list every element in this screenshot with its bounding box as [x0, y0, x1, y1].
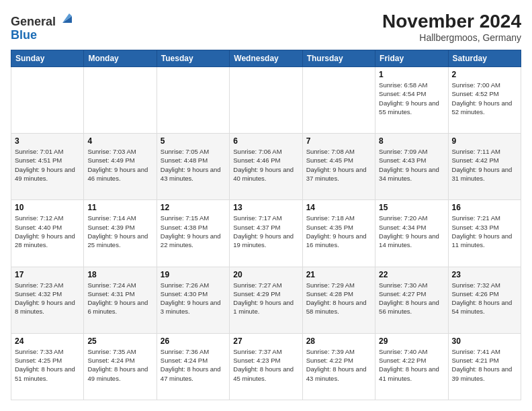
day-info: Sunrise: 7:41 AMSunset: 4:21 PMDaylight:…	[452, 347, 517, 383]
calendar-day-18: 18Sunrise: 7:24 AMSunset: 4:31 PMDayligh…	[84, 267, 157, 333]
page: General Blue November 2024 Hallbergmoos,…	[0, 0, 532, 411]
calendar-week-3: 10Sunrise: 7:12 AMSunset: 4:40 PMDayligh…	[11, 200, 521, 267]
day-number: 16	[452, 203, 517, 212]
day-number: 3	[15, 136, 80, 146]
calendar-day-30: 30Sunrise: 7:41 AMSunset: 4:21 PMDayligh…	[448, 333, 521, 400]
col-header-monday: Monday	[84, 50, 157, 67]
calendar-empty	[11, 67, 84, 134]
day-info: Sunrise: 7:12 AMSunset: 4:40 PMDaylight:…	[15, 214, 80, 249]
calendar-day-7: 7Sunrise: 7:08 AMSunset: 4:45 PMDaylight…	[302, 134, 375, 200]
calendar-day-3: 3Sunrise: 7:01 AMSunset: 4:51 PMDaylight…	[11, 134, 84, 200]
day-number: 24	[15, 336, 80, 346]
header: General Blue November 2024 Hallbergmoos,…	[11, 11, 521, 43]
calendar-day-6: 6Sunrise: 7:06 AMSunset: 4:46 PMDaylight…	[230, 134, 302, 200]
calendar-week-4: 17Sunrise: 7:23 AMSunset: 4:32 PMDayligh…	[11, 267, 521, 333]
calendar-day-22: 22Sunrise: 7:30 AMSunset: 4:27 PMDayligh…	[375, 267, 448, 333]
day-number: 25	[87, 336, 152, 346]
day-number: 18	[87, 270, 152, 279]
day-info: Sunrise: 7:33 AMSunset: 4:25 PMDaylight:…	[15, 347, 80, 383]
logo-general: General	[11, 15, 56, 28]
calendar-day-8: 8Sunrise: 7:09 AMSunset: 4:43 PMDaylight…	[375, 134, 448, 200]
col-header-sunday: Sunday	[11, 50, 84, 67]
day-info: Sunrise: 7:36 AMSunset: 4:24 PMDaylight:…	[161, 347, 226, 383]
calendar-day-11: 11Sunrise: 7:14 AMSunset: 4:39 PMDayligh…	[84, 200, 157, 267]
calendar-day-25: 25Sunrise: 7:35 AMSunset: 4:24 PMDayligh…	[84, 333, 157, 400]
day-info: Sunrise: 7:37 AMSunset: 4:23 PMDaylight:…	[233, 347, 298, 383]
day-number: 11	[87, 203, 152, 212]
day-number: 20	[233, 270, 298, 279]
day-info: Sunrise: 7:01 AMSunset: 4:51 PMDaylight:…	[15, 147, 80, 183]
day-info: Sunrise: 7:18 AMSunset: 4:35 PMDaylight:…	[306, 214, 371, 249]
calendar-day-14: 14Sunrise: 7:18 AMSunset: 4:35 PMDayligh…	[302, 200, 375, 267]
calendar-header-row: SundayMondayTuesdayWednesdayThursdayFrid…	[11, 50, 521, 67]
day-number: 19	[161, 270, 226, 279]
calendar-day-13: 13Sunrise: 7:17 AMSunset: 4:37 PMDayligh…	[230, 200, 302, 267]
day-number: 30	[452, 336, 517, 346]
day-info: Sunrise: 7:40 AMSunset: 4:22 PMDaylight:…	[379, 347, 444, 383]
calendar-week-1: 1Sunrise: 6:58 AMSunset: 4:54 PMDaylight…	[11, 67, 521, 134]
day-number: 4	[87, 136, 152, 146]
day-number: 22	[379, 270, 444, 279]
calendar-week-2: 3Sunrise: 7:01 AMSunset: 4:51 PMDaylight…	[11, 134, 521, 200]
day-info: Sunrise: 7:35 AMSunset: 4:24 PMDaylight:…	[87, 347, 152, 383]
day-info: Sunrise: 7:39 AMSunset: 4:22 PMDaylight:…	[306, 347, 371, 383]
day-number: 8	[379, 136, 444, 146]
col-header-tuesday: Tuesday	[157, 50, 229, 67]
calendar-day-21: 21Sunrise: 7:29 AMSunset: 4:28 PMDayligh…	[302, 267, 375, 333]
day-info: Sunrise: 7:03 AMSunset: 4:49 PMDaylight:…	[87, 147, 152, 183]
calendar-day-24: 24Sunrise: 7:33 AMSunset: 4:25 PMDayligh…	[11, 333, 84, 400]
calendar-day-12: 12Sunrise: 7:15 AMSunset: 4:38 PMDayligh…	[157, 200, 229, 267]
calendar-empty	[302, 67, 375, 134]
calendar-table: SundayMondayTuesdayWednesdayThursdayFrid…	[11, 50, 521, 400]
calendar-day-27: 27Sunrise: 7:37 AMSunset: 4:23 PMDayligh…	[230, 333, 302, 400]
calendar-empty	[230, 67, 302, 134]
day-info: Sunrise: 7:17 AMSunset: 4:37 PMDaylight:…	[233, 214, 298, 249]
calendar-day-4: 4Sunrise: 7:03 AMSunset: 4:49 PMDaylight…	[84, 134, 157, 200]
col-header-thursday: Thursday	[302, 50, 375, 67]
day-info: Sunrise: 6:58 AMSunset: 4:54 PMDaylight:…	[379, 81, 444, 116]
day-number: 2	[452, 70, 517, 79]
day-number: 26	[161, 336, 226, 346]
calendar-day-29: 29Sunrise: 7:40 AMSunset: 4:22 PMDayligh…	[375, 333, 448, 400]
calendar-day-10: 10Sunrise: 7:12 AMSunset: 4:40 PMDayligh…	[11, 200, 84, 267]
day-number: 29	[379, 336, 444, 346]
calendar-day-28: 28Sunrise: 7:39 AMSunset: 4:22 PMDayligh…	[302, 333, 375, 400]
day-info: Sunrise: 7:27 AMSunset: 4:29 PMDaylight:…	[233, 281, 298, 316]
month-title: November 2024	[382, 11, 521, 32]
logo: General Blue	[11, 11, 75, 42]
day-info: Sunrise: 7:30 AMSunset: 4:27 PMDaylight:…	[379, 281, 444, 316]
col-header-saturday: Saturday	[448, 50, 521, 67]
logo-icon	[60, 11, 75, 26]
day-info: Sunrise: 7:08 AMSunset: 4:45 PMDaylight:…	[306, 147, 371, 183]
col-header-wednesday: Wednesday	[230, 50, 302, 67]
calendar-day-26: 26Sunrise: 7:36 AMSunset: 4:24 PMDayligh…	[157, 333, 229, 400]
calendar-empty	[84, 67, 157, 134]
day-number: 10	[15, 203, 80, 212]
day-info: Sunrise: 7:00 AMSunset: 4:52 PMDaylight:…	[452, 81, 517, 116]
calendar-empty	[157, 67, 229, 134]
calendar-day-16: 16Sunrise: 7:21 AMSunset: 4:33 PMDayligh…	[448, 200, 521, 267]
day-number: 12	[161, 203, 226, 212]
day-number: 7	[306, 136, 371, 146]
col-header-friday: Friday	[375, 50, 448, 67]
day-info: Sunrise: 7:32 AMSunset: 4:26 PMDaylight:…	[452, 281, 517, 316]
day-info: Sunrise: 7:15 AMSunset: 4:38 PMDaylight:…	[161, 214, 226, 249]
location: Hallbergmoos, Germany	[382, 32, 521, 43]
day-info: Sunrise: 7:20 AMSunset: 4:34 PMDaylight:…	[379, 214, 444, 249]
calendar-day-9: 9Sunrise: 7:11 AMSunset: 4:42 PMDaylight…	[448, 134, 521, 200]
calendar-day-1: 1Sunrise: 6:58 AMSunset: 4:54 PMDaylight…	[375, 67, 448, 134]
day-number: 27	[233, 336, 298, 346]
calendar-day-23: 23Sunrise: 7:32 AMSunset: 4:26 PMDayligh…	[448, 267, 521, 333]
day-number: 14	[306, 203, 371, 212]
day-info: Sunrise: 7:29 AMSunset: 4:28 PMDaylight:…	[306, 281, 371, 316]
logo-blue: Blue	[11, 28, 37, 42]
day-info: Sunrise: 7:05 AMSunset: 4:48 PMDaylight:…	[161, 147, 226, 183]
day-info: Sunrise: 7:23 AMSunset: 4:32 PMDaylight:…	[15, 281, 80, 316]
day-number: 21	[306, 270, 371, 279]
calendar-day-5: 5Sunrise: 7:05 AMSunset: 4:48 PMDaylight…	[157, 134, 229, 200]
day-number: 15	[379, 203, 444, 212]
day-number: 28	[306, 336, 371, 346]
title-section: November 2024 Hallbergmoos, Germany	[382, 11, 521, 43]
calendar-week-5: 24Sunrise: 7:33 AMSunset: 4:25 PMDayligh…	[11, 333, 521, 400]
day-info: Sunrise: 7:09 AMSunset: 4:43 PMDaylight:…	[379, 147, 444, 183]
